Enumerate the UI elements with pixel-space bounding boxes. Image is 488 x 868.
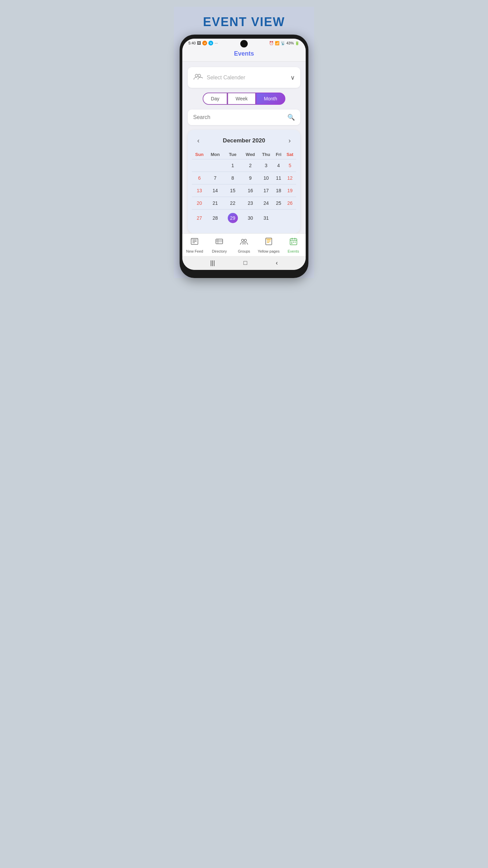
nav-item-yellow-pages[interactable]: Yellow pages — [256, 237, 281, 253]
calendar-day[interactable]: 21 — [207, 197, 224, 210]
view-toggle: Day Week Month — [188, 93, 300, 105]
status-bar: 5:40 🖼 U S ··· ⏰ 📶 📡 43% 🔋 — [182, 39, 306, 47]
next-month-button[interactable]: › — [286, 135, 293, 146]
phone-frame: 5:40 🖼 U S ··· ⏰ 📶 📡 43% 🔋 Events — [180, 35, 308, 278]
calendar-day[interactable]: 3 — [259, 159, 273, 172]
recents-button[interactable]: ||| — [210, 259, 215, 267]
chevron-down-icon: ∨ — [290, 74, 295, 81]
svg-rect-6 — [191, 238, 198, 240]
calendar-header: ‹ December 2020 › — [192, 135, 296, 146]
signal-icon: 📡 — [281, 41, 285, 45]
weekday-wed: Wed — [242, 150, 259, 159]
page-wrapper: EVENT VIEW 5:40 🖼 U S ··· ⏰ 📶 📡 43% � — [174, 7, 314, 278]
svg-rect-7 — [216, 239, 223, 244]
week-toggle-button[interactable]: Week — [227, 93, 256, 105]
calendar-day[interactable]: 14 — [207, 184, 224, 197]
calendar-day[interactable]: 20 — [192, 197, 207, 210]
home-button[interactable]: □ — [244, 259, 247, 267]
wifi-icon: 📶 — [275, 41, 280, 45]
app-content: Select Calender ∨ Day Week Month 🔍 — [182, 62, 306, 233]
calendar-day[interactable]: 12 — [284, 172, 296, 184]
calendar-day[interactable]: 19 — [284, 184, 296, 197]
svg-point-9 — [244, 239, 246, 242]
weekday-fri: Fri — [273, 150, 284, 159]
calendar-month-title: December 2020 — [223, 137, 265, 144]
calendar-day[interactable]: 25 — [273, 197, 284, 210]
weekday-sun: Sun — [192, 150, 207, 159]
svg-point-8 — [241, 239, 244, 242]
calendar-day[interactable]: 30 — [242, 210, 259, 227]
calendar-day[interactable]: 4 — [273, 159, 284, 172]
bottom-nav: New Feed Directory — [182, 233, 306, 256]
status-bar-right: ⏰ 📶 📡 43% 🔋 — [269, 41, 300, 45]
calendar-week-row: 13141516171819 — [192, 184, 296, 197]
calendar-day[interactable]: 26 — [284, 197, 296, 210]
photo-icon: 🖼 — [197, 41, 201, 45]
calendar-day — [273, 210, 284, 227]
month-toggle-button[interactable]: Month — [256, 93, 285, 105]
calendar-day[interactable]: 24 — [259, 197, 273, 210]
battery-icon: 🔋 — [295, 41, 300, 45]
calendar-week-row: 20212223242526 — [192, 197, 296, 210]
calendar-day[interactable]: 10 — [259, 172, 273, 184]
calendar-day[interactable]: 18 — [273, 184, 284, 197]
weekday-sat: Sat — [284, 150, 296, 159]
camera-notch — [240, 40, 248, 47]
calendar-week-row: 12345 — [192, 159, 296, 172]
s-icon: S — [208, 41, 213, 45]
time-display: 5:40 — [188, 41, 196, 45]
day-toggle-button[interactable]: Day — [203, 93, 227, 105]
calendar-day[interactable]: 28 — [207, 210, 224, 227]
back-button[interactable]: ‹ — [276, 259, 278, 267]
calendar-day[interactable]: 2 — [242, 159, 259, 172]
calendar-day — [207, 159, 224, 172]
nav-item-directory[interactable]: Directory — [207, 237, 232, 253]
nav-item-events-label: Events — [288, 249, 299, 253]
weekday-thu: Thu — [259, 150, 273, 159]
weekday-mon: Mon — [207, 150, 224, 159]
svg-point-1 — [198, 74, 201, 77]
nav-item-new-feed[interactable]: New Feed — [182, 237, 207, 253]
nav-item-yellow-pages-label: Yellow pages — [258, 249, 280, 253]
calendar-day[interactable]: 17 — [259, 184, 273, 197]
svg-point-16 — [291, 243, 292, 244]
calendar-day[interactable]: 7 — [207, 172, 224, 184]
groups-icon — [240, 237, 248, 248]
calendar-day[interactable]: 29 — [223, 210, 242, 227]
calendar-day[interactable]: 31 — [259, 210, 273, 227]
app-header: Events — [182, 47, 306, 62]
calendar-card: ‹ December 2020 › Sun Mon Tue Wed Thu — [188, 130, 300, 233]
nav-item-events[interactable]: Events — [281, 237, 306, 253]
nav-item-groups[interactable]: Groups — [232, 237, 257, 253]
svg-point-13 — [291, 242, 292, 243]
svg-point-15 — [294, 242, 296, 243]
phone-inner: 5:40 🖼 U S ··· ⏰ 📶 📡 43% 🔋 Events — [182, 39, 306, 270]
calendar-day[interactable]: 6 — [192, 172, 207, 184]
battery-display: 43% — [286, 41, 294, 45]
calendar-day[interactable]: 23 — [242, 197, 259, 210]
calendar-day[interactable]: 27 — [192, 210, 207, 227]
calendar-day[interactable]: 13 — [192, 184, 207, 197]
events-icon — [289, 237, 298, 248]
search-input[interactable] — [193, 114, 287, 120]
select-calendar-dropdown[interactable]: Select Calender ∨ — [188, 67, 300, 88]
svg-point-14 — [293, 242, 294, 243]
select-calendar-text: Select Calender — [207, 75, 290, 81]
search-bar: 🔍 — [188, 110, 300, 125]
today-highlight: 29 — [228, 213, 238, 223]
svg-point-0 — [195, 74, 198, 77]
weekday-tue: Tue — [223, 150, 242, 159]
calendar-day[interactable]: 8 — [223, 172, 242, 184]
prev-month-button[interactable]: ‹ — [195, 135, 202, 146]
calendar-day[interactable]: 16 — [242, 184, 259, 197]
calendar-group-icon — [193, 72, 203, 83]
svg-rect-11 — [266, 238, 272, 240]
calendar-day[interactable]: 9 — [242, 172, 259, 184]
yellow-pages-icon — [264, 237, 273, 248]
calendar-day[interactable]: 5 — [284, 159, 296, 172]
calendar-day[interactable]: 1 — [223, 159, 242, 172]
status-bar-left: 5:40 🖼 U S ··· — [188, 41, 218, 45]
calendar-day[interactable]: 11 — [273, 172, 284, 184]
calendar-day[interactable]: 15 — [223, 184, 242, 197]
calendar-day[interactable]: 22 — [223, 197, 242, 210]
